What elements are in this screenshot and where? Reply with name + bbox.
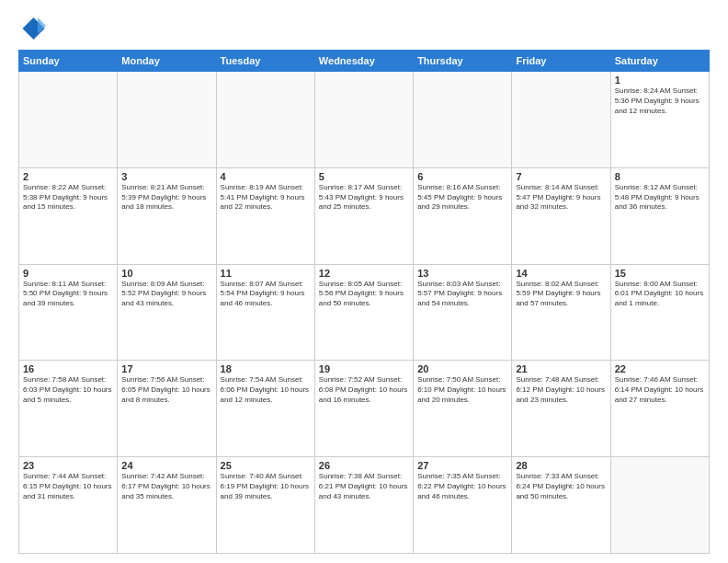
day-info: Sunrise: 7:46 AM Sunset: 6:14 PM Dayligh… (615, 375, 705, 405)
calendar-cell: 7Sunrise: 8:14 AM Sunset: 5:47 PM Daylig… (512, 167, 610, 264)
weekday-header-row: SundayMondayTuesdayWednesdayThursdayFrid… (19, 51, 710, 72)
calendar-cell: 9Sunrise: 8:11 AM Sunset: 5:50 PM Daylig… (19, 264, 118, 361)
day-number: 5 (319, 171, 409, 182)
day-number: 11 (221, 268, 311, 279)
calendar-cell: 1Sunrise: 8:24 AM Sunset: 5:36 PM Daylig… (610, 72, 709, 168)
weekday-header-saturday: Saturday (610, 51, 709, 72)
day-number: 24 (121, 460, 211, 471)
weekday-header-friday: Friday (512, 51, 610, 72)
calendar-cell: 10Sunrise: 8:09 AM Sunset: 5:52 PM Dayli… (118, 264, 216, 361)
day-info: Sunrise: 8:05 AM Sunset: 5:56 PM Dayligh… (319, 280, 409, 309)
day-info: Sunrise: 8:17 AM Sunset: 5:43 PM Dayligh… (319, 183, 409, 213)
week-row-0: 1Sunrise: 8:24 AM Sunset: 5:36 PM Daylig… (19, 72, 710, 168)
day-info: Sunrise: 8:19 AM Sunset: 5:41 PM Dayligh… (221, 183, 311, 213)
day-number: 15 (615, 268, 705, 279)
calendar-cell: 6Sunrise: 8:16 AM Sunset: 5:45 PM Daylig… (414, 167, 512, 264)
calendar-cell: 8Sunrise: 8:12 AM Sunset: 5:48 PM Daylig… (610, 167, 709, 264)
day-number: 1 (615, 75, 705, 86)
calendar-cell: 16Sunrise: 7:58 AM Sunset: 6:03 PM Dayli… (19, 361, 118, 457)
day-info: Sunrise: 7:38 AM Sunset: 6:21 PM Dayligh… (319, 472, 409, 501)
day-info: Sunrise: 7:42 AM Sunset: 6:17 PM Dayligh… (121, 472, 211, 501)
day-info: Sunrise: 8:02 AM Sunset: 5:59 PM Dayligh… (516, 280, 606, 309)
day-info: Sunrise: 8:03 AM Sunset: 5:57 PM Dayligh… (417, 280, 507, 309)
logo (18, 15, 48, 42)
calendar-cell: 14Sunrise: 8:02 AM Sunset: 5:59 PM Dayli… (512, 264, 610, 361)
calendar-cell (314, 72, 413, 168)
weekday-header-tuesday: Tuesday (216, 51, 314, 72)
calendar-cell: 2Sunrise: 8:22 AM Sunset: 5:38 PM Daylig… (19, 167, 118, 264)
day-number: 17 (121, 363, 211, 374)
day-info: Sunrise: 8:24 AM Sunset: 5:36 PM Dayligh… (615, 86, 705, 116)
logo-icon (18, 15, 46, 42)
day-number: 27 (417, 460, 507, 471)
calendar-cell: 19Sunrise: 7:52 AM Sunset: 6:08 PM Dayli… (314, 361, 413, 457)
day-number: 10 (121, 268, 211, 279)
day-number: 2 (23, 171, 113, 182)
svg-marker-1 (38, 17, 46, 34)
calendar-cell: 28Sunrise: 7:33 AM Sunset: 6:24 PM Dayli… (512, 457, 610, 554)
calendar-cell: 15Sunrise: 8:00 AM Sunset: 6:01 PM Dayli… (610, 264, 709, 361)
day-number: 4 (221, 171, 311, 182)
calendar-cell: 21Sunrise: 7:48 AM Sunset: 6:12 PM Dayli… (512, 361, 610, 457)
calendar-cell: 23Sunrise: 7:44 AM Sunset: 6:15 PM Dayli… (19, 457, 118, 554)
day-info: Sunrise: 8:16 AM Sunset: 5:45 PM Dayligh… (417, 183, 507, 213)
calendar-cell: 26Sunrise: 7:38 AM Sunset: 6:21 PM Dayli… (314, 457, 413, 554)
day-info: Sunrise: 7:52 AM Sunset: 6:08 PM Dayligh… (319, 375, 409, 405)
day-number: 14 (516, 268, 606, 279)
day-number: 19 (319, 363, 409, 374)
day-info: Sunrise: 8:22 AM Sunset: 5:38 PM Dayligh… (23, 183, 113, 213)
calendar-cell: 11Sunrise: 8:07 AM Sunset: 5:54 PM Dayli… (216, 264, 314, 361)
calendar-cell (19, 72, 118, 168)
day-info: Sunrise: 7:44 AM Sunset: 6:15 PM Dayligh… (23, 472, 113, 501)
calendar-cell (216, 72, 314, 168)
day-info: Sunrise: 7:35 AM Sunset: 6:22 PM Dayligh… (417, 472, 507, 501)
calendar-cell (118, 72, 216, 168)
day-number: 12 (319, 268, 409, 279)
day-info: Sunrise: 8:11 AM Sunset: 5:50 PM Dayligh… (23, 280, 113, 309)
day-info: Sunrise: 7:50 AM Sunset: 6:10 PM Dayligh… (417, 375, 507, 405)
day-number: 9 (23, 268, 113, 279)
day-number: 3 (121, 171, 211, 182)
calendar-table: SundayMondayTuesdayWednesdayThursdayFrid… (18, 50, 710, 554)
day-info: Sunrise: 7:40 AM Sunset: 6:19 PM Dayligh… (221, 472, 311, 501)
calendar-cell (512, 72, 610, 168)
day-info: Sunrise: 8:21 AM Sunset: 5:39 PM Dayligh… (121, 183, 211, 213)
day-number: 22 (615, 363, 705, 374)
calendar-cell: 17Sunrise: 7:56 AM Sunset: 6:05 PM Dayli… (118, 361, 216, 457)
day-number: 28 (516, 460, 606, 471)
calendar-cell: 20Sunrise: 7:50 AM Sunset: 6:10 PM Dayli… (414, 361, 512, 457)
page: SundayMondayTuesdayWednesdayThursdayFrid… (0, 0, 728, 563)
week-row-1: 2Sunrise: 8:22 AM Sunset: 5:38 PM Daylig… (19, 167, 710, 264)
day-info: Sunrise: 8:12 AM Sunset: 5:48 PM Dayligh… (615, 183, 705, 213)
week-row-2: 9Sunrise: 8:11 AM Sunset: 5:50 PM Daylig… (19, 264, 710, 361)
calendar-cell: 13Sunrise: 8:03 AM Sunset: 5:57 PM Dayli… (414, 264, 512, 361)
calendar-cell: 22Sunrise: 7:46 AM Sunset: 6:14 PM Dayli… (610, 361, 709, 457)
weekday-header-monday: Monday (118, 51, 216, 72)
day-info: Sunrise: 8:07 AM Sunset: 5:54 PM Dayligh… (221, 280, 311, 309)
day-info: Sunrise: 8:00 AM Sunset: 6:01 PM Dayligh… (615, 280, 705, 309)
day-info: Sunrise: 7:48 AM Sunset: 6:12 PM Dayligh… (516, 375, 606, 405)
calendar-cell: 5Sunrise: 8:17 AM Sunset: 5:43 PM Daylig… (314, 167, 413, 264)
calendar-cell: 27Sunrise: 7:35 AM Sunset: 6:22 PM Dayli… (414, 457, 512, 554)
calendar-cell: 3Sunrise: 8:21 AM Sunset: 5:39 PM Daylig… (118, 167, 216, 264)
day-number: 16 (23, 363, 113, 374)
day-number: 18 (221, 363, 311, 374)
calendar-cell: 18Sunrise: 7:54 AM Sunset: 6:06 PM Dayli… (216, 361, 314, 457)
day-number: 6 (417, 171, 507, 182)
day-info: Sunrise: 7:54 AM Sunset: 6:06 PM Dayligh… (221, 375, 311, 405)
weekday-header-wednesday: Wednesday (314, 51, 413, 72)
calendar-cell: 25Sunrise: 7:40 AM Sunset: 6:19 PM Dayli… (216, 457, 314, 554)
day-number: 23 (23, 460, 113, 471)
calendar-cell: 4Sunrise: 8:19 AM Sunset: 5:41 PM Daylig… (216, 167, 314, 264)
day-info: Sunrise: 7:33 AM Sunset: 6:24 PM Dayligh… (516, 472, 606, 501)
day-info: Sunrise: 7:58 AM Sunset: 6:03 PM Dayligh… (23, 375, 113, 405)
day-number: 13 (417, 268, 507, 279)
day-number: 25 (221, 460, 311, 471)
weekday-header-sunday: Sunday (19, 51, 118, 72)
day-number: 20 (417, 363, 507, 374)
calendar-cell: 24Sunrise: 7:42 AM Sunset: 6:17 PM Dayli… (118, 457, 216, 554)
day-info: Sunrise: 7:56 AM Sunset: 6:05 PM Dayligh… (121, 375, 211, 405)
week-row-4: 23Sunrise: 7:44 AM Sunset: 6:15 PM Dayli… (19, 457, 710, 554)
header (18, 15, 710, 42)
day-info: Sunrise: 8:09 AM Sunset: 5:52 PM Dayligh… (121, 280, 211, 309)
